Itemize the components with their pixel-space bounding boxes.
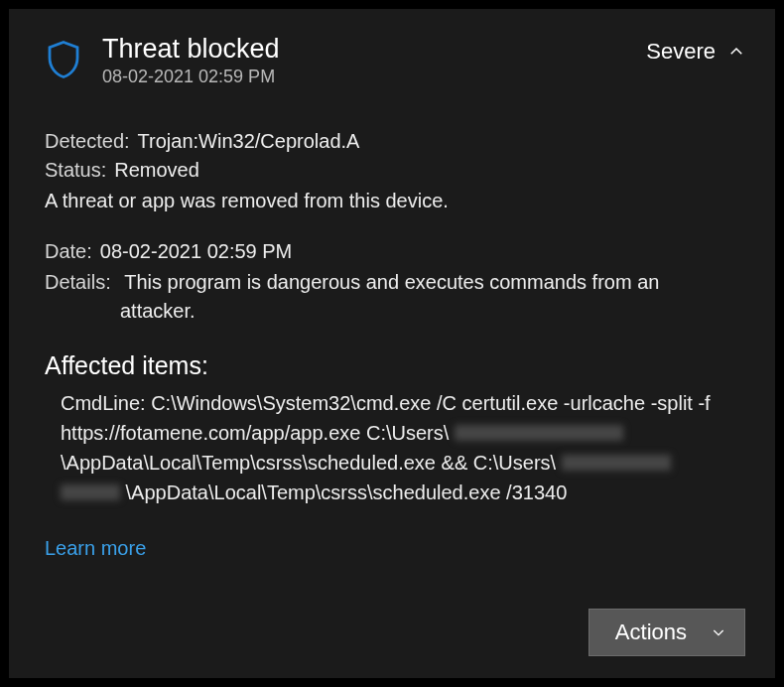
- severity-label: Severe: [646, 39, 716, 65]
- date-value: 08-02-2021 02:59 PM: [100, 237, 292, 266]
- card-timestamp: 08-02-2021 02:59 PM: [102, 67, 646, 87]
- chevron-up-icon: [727, 43, 745, 61]
- redacted-text: [562, 455, 671, 471]
- detected-label: Detected:: [45, 127, 130, 156]
- title-block: Threat blocked 08-02-2021 02:59 PM: [102, 33, 646, 87]
- details-label: Details:: [45, 271, 111, 293]
- card-footer: Actions: [588, 609, 745, 656]
- actions-label: Actions: [615, 619, 687, 645]
- severity-toggle[interactable]: Severe: [646, 39, 745, 65]
- date-label: Date:: [45, 237, 92, 266]
- detected-value: Trojan:Win32/Ceprolad.A: [138, 127, 360, 156]
- status-value: Removed: [114, 156, 199, 185]
- date-row: Date: 08-02-2021 02:59 PM: [45, 237, 745, 266]
- status-label: Status:: [45, 156, 106, 185]
- cmd-part-3: \AppData\Local\Temp\csrss\scheduled.exe …: [126, 481, 568, 503]
- learn-more-link[interactable]: Learn more: [45, 537, 146, 560]
- status-row: Status: Removed: [45, 156, 745, 185]
- card-body: Detected: Trojan:Win32/Ceprolad.A Status…: [39, 127, 745, 560]
- card-header: Threat blocked 08-02-2021 02:59 PM Sever…: [39, 33, 745, 87]
- threat-card: Threat blocked 08-02-2021 02:59 PM Sever…: [8, 8, 776, 679]
- details-row: Details: This program is dangerous and e…: [45, 268, 745, 297]
- details-value-line1: This program is dangerous and executes c…: [116, 271, 659, 293]
- affected-cmdline: CmdLine: C:\Windows\System32\cmd.exe /C …: [45, 388, 745, 507]
- detected-row: Detected: Trojan:Win32/Ceprolad.A: [45, 127, 745, 156]
- card-title: Threat blocked: [102, 33, 646, 65]
- actions-button[interactable]: Actions: [588, 609, 745, 656]
- shield-icon: [39, 35, 88, 84]
- cmd-part-2: \AppData\Local\Temp\csrss\scheduled.exe …: [61, 452, 556, 474]
- chevron-down-icon: [711, 624, 726, 640]
- details-value-line2: attacker.: [45, 297, 745, 326]
- redacted-text: [61, 484, 120, 500]
- status-summary: A threat or app was removed from this de…: [45, 187, 745, 215]
- redacted-text: [455, 425, 623, 441]
- affected-heading: Affected items:: [45, 351, 745, 380]
